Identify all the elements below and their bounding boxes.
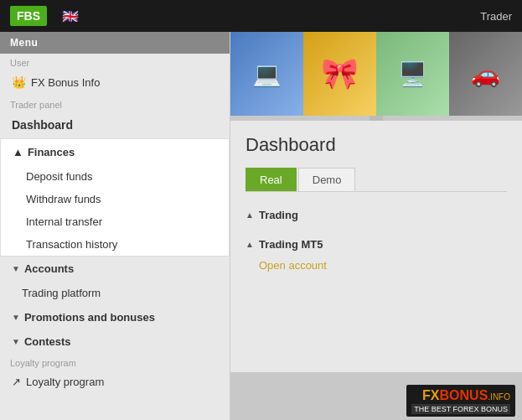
fx-bonus-info-item[interactable]: 👑 FX Bonus Info	[0, 70, 230, 95]
bonus-text: BONUS	[440, 388, 488, 402]
tagline-text: THE BEST FOREX BONUS	[411, 404, 510, 414]
header: FBS 🇬🇧 Trader	[0, 0, 522, 32]
trading-section: ▲ Trading	[245, 204, 507, 226]
withdraw-funds-item[interactable]: Withdraw funds	[1, 188, 229, 210]
deposit-funds-item[interactable]: Deposit funds	[1, 165, 229, 188]
user-section-label: User	[0, 54, 230, 70]
user-label: Trader	[480, 10, 512, 23]
main-layout: Menu User 👑 FX Bonus Info Trader panel D…	[0, 32, 522, 420]
dashboard-item[interactable]: Dashboard	[0, 111, 230, 138]
accounts-arrow: ▼	[12, 264, 20, 273]
open-account-link[interactable]: Open account	[259, 259, 327, 272]
trading-platform-item[interactable]: Trading platform	[0, 281, 230, 305]
trading-mt5-section: ▲ Trading MT5 Open account	[245, 233, 507, 275]
fxbonus-logo: FXBONUS.INFO THE BEST FOREX BONUS	[411, 387, 510, 414]
crown-icon: 👑	[12, 75, 26, 89]
loyalty-program-item[interactable]: ↗ Loyalty program	[0, 370, 230, 394]
loyalty-section-label: Loyalty program	[0, 354, 230, 370]
fxbonus-logo-area: FXBONUS.INFO THE BEST FOREX BONUS	[406, 385, 515, 417]
banner-car: 🚗	[449, 32, 522, 116]
banner-gift: 🎀	[303, 32, 376, 116]
banner-laptop: 💻	[230, 32, 303, 116]
dashboard-title: Dashboard	[245, 134, 507, 156]
trading-mt5-label: Trading MT5	[259, 238, 323, 251]
tabs: Real Demo	[245, 168, 507, 192]
finances-header[interactable]: ▲ Finances	[1, 139, 229, 165]
trading-arrow: ▲	[245, 210, 254, 220]
promotions-category[interactable]: ▼ Promotions and bonuses	[0, 305, 230, 329]
accounts-label: Accounts	[24, 262, 74, 275]
finances-items: Deposit funds Withdraw funds Internal tr…	[1, 165, 229, 256]
content-area: 💻 🎀 🖥️ 🚗 Dashboard Real Demo ▲ Trading	[230, 32, 522, 420]
banner-imac: 🖥️	[376, 32, 449, 116]
flag-icon[interactable]: 🇬🇧	[62, 8, 79, 24]
contests-category[interactable]: ▼ Contests	[0, 329, 230, 354]
fx-text: FX	[422, 388, 439, 402]
trading-header[interactable]: ▲ Trading	[245, 204, 507, 226]
finances-label: Finances	[28, 146, 75, 158]
finances-box: ▲ Finances Deposit funds Withdraw funds …	[0, 138, 230, 257]
promotions-arrow: ▼	[12, 313, 20, 322]
tab-real[interactable]: Real	[245, 168, 297, 191]
trading-platform-label: Trading platform	[22, 287, 101, 299]
banner: 💻 🎀 🖥️ 🚗	[230, 32, 522, 116]
transaction-history-item[interactable]: Transaction history	[1, 233, 229, 256]
trading-mt5-sub: Open account	[245, 256, 507, 275]
accounts-category[interactable]: ▼ Accounts	[0, 257, 230, 281]
fx-bonus-label: FX Bonus Info	[31, 76, 100, 89]
promotions-label: Promotions and bonuses	[24, 311, 155, 324]
trader-panel-label: Trader panel	[0, 95, 230, 111]
loyalty-icon: ↗	[12, 376, 21, 388]
sidebar: Menu User 👑 FX Bonus Info Trader panel D…	[0, 32, 230, 420]
finances-arrow: ▲	[13, 146, 23, 158]
tab-demo[interactable]: Demo	[298, 168, 356, 191]
trading-label: Trading	[259, 209, 298, 221]
fxbonus-wrap: FXBONUS.INFO THE BEST FOREX BONUS	[406, 385, 515, 417]
menu-label: Menu	[0, 32, 230, 54]
trading-mt5-header[interactable]: ▲ Trading MT5	[245, 233, 507, 256]
internal-transfer-item[interactable]: Internal transfer	[1, 210, 229, 233]
dashboard-content: Dashboard Real Demo ▲ Trading ▲ Trading …	[230, 121, 522, 372]
info-text: .INFO	[488, 392, 510, 402]
header-left: FBS 🇬🇧	[10, 6, 79, 26]
fbs-logo: FBS	[10, 6, 47, 26]
contests-label: Contests	[24, 335, 71, 348]
trading-mt5-arrow: ▲	[245, 240, 254, 249]
contests-arrow: ▼	[12, 337, 20, 346]
loyalty-label: Loyalty program	[26, 376, 104, 388]
